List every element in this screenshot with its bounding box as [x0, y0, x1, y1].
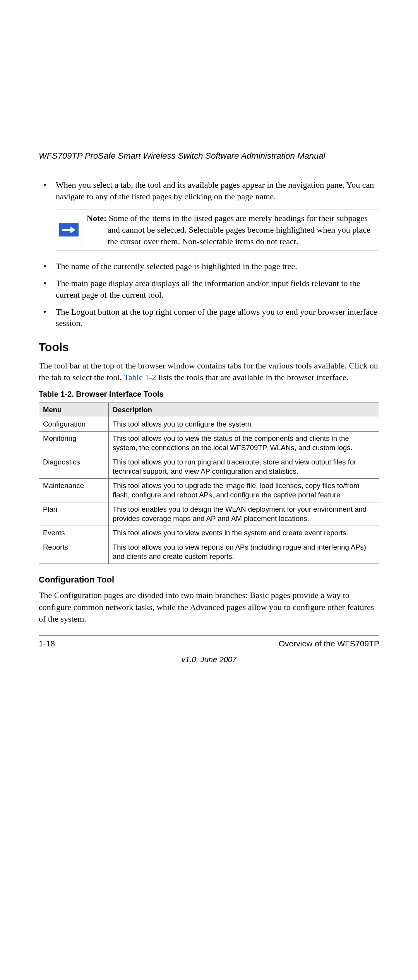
table-cell-desc: This tool allows you to configure the sy…	[109, 417, 379, 431]
table-cell-menu: Maintenance	[39, 478, 109, 502]
footer-row: 1-18 Overview of the WFS709TP	[39, 639, 379, 648]
note-text: Note: Some of the items in the listed pa…	[82, 209, 379, 250]
table-header-menu: Menu	[39, 403, 109, 417]
bullet-list-top: When you select a tab, the tool and its …	[39, 179, 379, 202]
table-header-row: Menu Description	[39, 403, 379, 417]
note-label: Note:	[87, 213, 106, 223]
table-cell-desc: This tool allows you to view the status …	[109, 431, 379, 455]
table-row: Plan This tool enables you to design the…	[39, 502, 379, 526]
config-tool-body: The Configuration pages are divided into…	[39, 589, 379, 625]
table-row: Maintenance This tool allows you to upgr…	[39, 478, 379, 502]
intro-text: lists the tools that are available in th…	[156, 372, 349, 382]
running-header: WFS709TP ProSafe Smart Wireless Switch S…	[39, 151, 379, 161]
tools-heading: Tools	[39, 341, 379, 354]
table-cell-menu: Configuration	[39, 417, 109, 431]
table-row: Configuration This tool allows you to co…	[39, 417, 379, 431]
table-row: Diagnostics This tool allows you to run …	[39, 455, 379, 478]
browser-tools-table: Menu Description Configuration This tool…	[39, 403, 379, 564]
table-cell-desc: This tool allows you to view reports on …	[109, 540, 379, 564]
table-cell-desc: This tool allows you to upgrade the imag…	[109, 478, 379, 502]
arrow-right-icon	[59, 223, 79, 236]
table-cell-desc: This tool enables you to design the WLAN…	[109, 502, 379, 526]
note-icon-cell	[56, 209, 82, 250]
table-row: Events This tool allows you to view even…	[39, 526, 379, 540]
table-row: Monitoring This tool allows you to view …	[39, 431, 379, 455]
note-line: Some of the items in the listed pages ar…	[109, 213, 368, 223]
footer-version: v1.0, June 2007	[39, 655, 379, 664]
document-page: WFS709TP ProSafe Smart Wireless Switch S…	[39, 151, 379, 664]
note-callout: Note: Some of the items in the listed pa…	[56, 209, 379, 250]
bullet-item: The main page display area displays all …	[39, 278, 379, 300]
bullet-item: When you select a tab, the tool and its …	[39, 179, 379, 202]
table-cell-menu: Plan	[39, 502, 109, 526]
table-cell-desc: This tool allows you to run ping and tra…	[109, 455, 379, 478]
table-header-desc: Description	[109, 403, 379, 417]
bullet-list-bottom: The name of the currently selected page …	[39, 260, 379, 329]
table-cell-menu: Events	[39, 526, 109, 540]
table-caption: Table 1-2. Browser Interface Tools	[39, 390, 379, 399]
table-cell-menu: Monitoring	[39, 431, 109, 455]
bullet-item: The name of the currently selected page …	[39, 260, 379, 272]
page-number: 1-18	[39, 639, 55, 648]
table-ref-link[interactable]: Table 1-2	[124, 372, 156, 382]
tools-intro: The tool bar at the top of the browser w…	[39, 360, 379, 384]
table-cell-menu: Diagnostics	[39, 455, 109, 478]
note-line: and cannot be selected. Selectable pages…	[87, 224, 374, 247]
bullet-item: The Logout button at the top right corne…	[39, 306, 379, 329]
config-tool-heading: Configuration Tool	[39, 575, 379, 585]
table-cell-desc: This tool allows you to view events in t…	[109, 526, 379, 540]
footer-section: Overview of the WFS709TP	[279, 639, 379, 648]
header-rule	[39, 165, 379, 165]
table-cell-menu: Reports	[39, 540, 109, 564]
table-row: Reports This tool allows you to view rep…	[39, 540, 379, 564]
footer-rule	[39, 636, 379, 636]
